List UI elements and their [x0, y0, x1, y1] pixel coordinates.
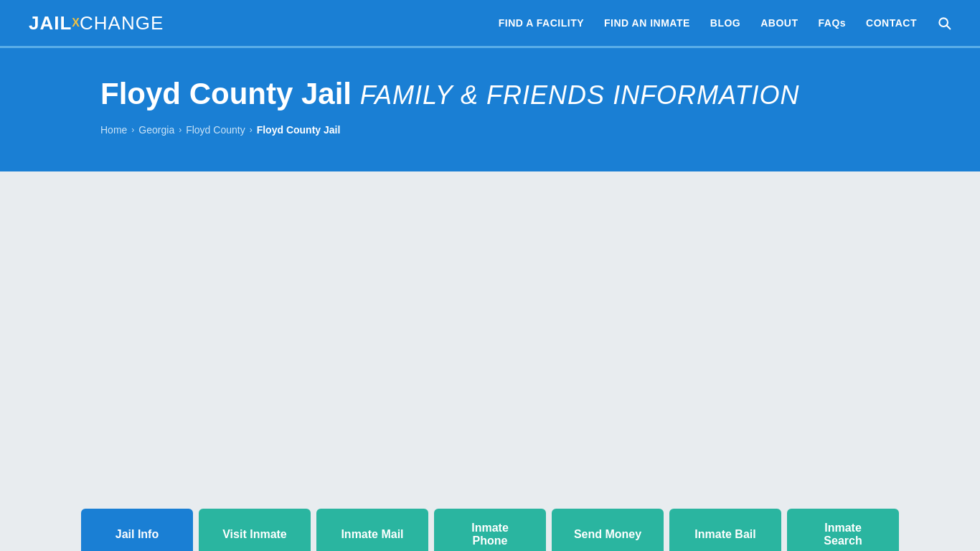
breadcrumb-current: Floyd County Jail [257, 124, 341, 136]
breadcrumb: Home › Georgia › Floyd County › Floyd Co… [100, 124, 880, 136]
tab-visit-inmate[interactable]: Visit Inmate [199, 509, 311, 551]
page-title: Floyd County Jail FAMILY & FRIENDS INFOR… [100, 77, 880, 111]
nav-find-inmate[interactable]: FIND AN INMATE [604, 17, 690, 29]
logo-jail-text: JAIL [29, 12, 72, 34]
tab-jail-info[interactable]: Jail Info [81, 509, 193, 551]
logo-exchange-text: CHANGE [80, 12, 164, 34]
breadcrumb-floyd-county[interactable]: Floyd County [186, 124, 245, 136]
tab-send-money[interactable]: Send Money [552, 509, 664, 551]
tab-inmate-bail[interactable]: Inmate Bail [669, 509, 781, 551]
tab-inmate-phone[interactable]: Inmate Phone [434, 509, 546, 551]
tab-inmate-mail[interactable]: Inmate Mail [316, 509, 428, 551]
search-icon [937, 16, 951, 30]
breadcrumb-georgia[interactable]: Georgia [138, 124, 174, 136]
nav-find-facility[interactable]: FIND A FACILITY [499, 17, 584, 29]
breadcrumb-sep-2: › [179, 125, 182, 135]
site-logo[interactable]: JAILXCHANGE [29, 12, 164, 34]
svg-line-1 [947, 26, 951, 29]
nav-about[interactable]: ABOUT [760, 17, 798, 29]
page-title-sub: FAMILY & FRIENDS INFORMATION [360, 80, 800, 110]
tab-row-1: Jail Info Visit Inmate Inmate Mail Inmat… [100, 509, 880, 551]
breadcrumb-home[interactable]: Home [100, 124, 127, 136]
page-title-main: Floyd County Jail [100, 77, 352, 110]
breadcrumb-sep-3: › [250, 125, 253, 135]
hero-section: Floyd County Jail FAMILY & FRIENDS INFOR… [0, 48, 980, 171]
site-header: JAILXCHANGE FIND A FACILITY FIND AN INMA… [0, 0, 980, 46]
nav-blog[interactable]: BLOG [710, 17, 740, 29]
tab-buttons-section: Jail Info Visit Inmate Inmate Mail Inmat… [0, 494, 980, 551]
search-button[interactable] [937, 16, 951, 30]
nav-faqs[interactable]: FAQs [819, 17, 847, 29]
main-nav: FIND A FACILITY FIND AN INMATE BLOG ABOU… [499, 16, 951, 30]
breadcrumb-sep-1: › [131, 125, 134, 135]
main-content [0, 171, 980, 494]
nav-contact[interactable]: CONTACT [866, 17, 917, 29]
logo-x-text: X [72, 17, 80, 29]
tab-inmate-search[interactable]: Inmate Search [787, 509, 899, 551]
